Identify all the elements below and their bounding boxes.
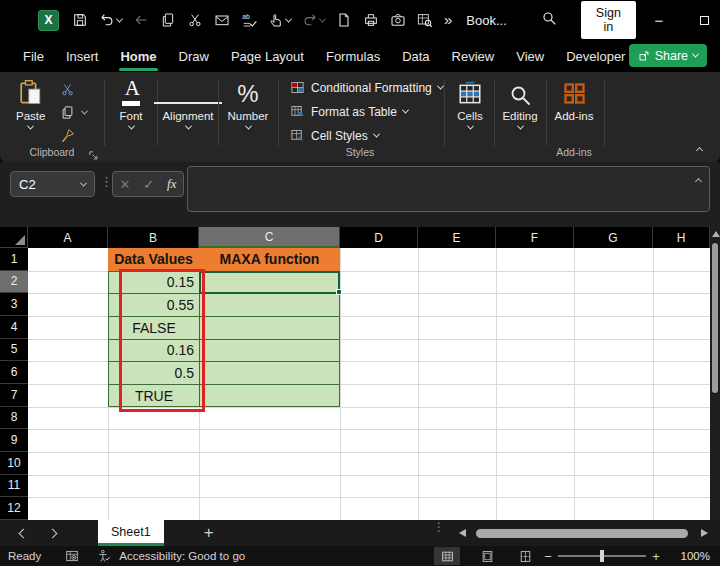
paste-button[interactable]: Paste — [16, 77, 45, 130]
format-as-table-button[interactable]: Format as Table — [290, 104, 408, 119]
number-button[interactable]: % Number — [218, 77, 278, 130]
cells-button[interactable]: Cells — [447, 77, 493, 130]
cut-icon[interactable] — [187, 12, 203, 28]
insert-function-button[interactable]: fx — [167, 176, 176, 192]
column-header-g[interactable]: G — [574, 227, 653, 248]
next-sheet-chevron-icon[interactable] — [48, 528, 58, 538]
horizontal-scroll-thumb[interactable] — [476, 529, 688, 538]
zoom-out-button[interactable]: − — [538, 549, 558, 564]
add-ins-button[interactable]: Add-ins — [548, 77, 600, 122]
tab-home[interactable]: Home — [109, 43, 167, 70]
email-icon[interactable] — [214, 12, 230, 28]
tab-review[interactable]: Review — [441, 43, 506, 70]
scroll-right-arrow-icon[interactable] — [701, 529, 708, 537]
confirm-entry-icon[interactable]: ✓ — [143, 177, 154, 192]
active-cell-selection-c2[interactable] — [199, 271, 340, 295]
scroll-left-arrow-icon[interactable] — [459, 529, 466, 537]
overflow-icon[interactable]: » — [444, 12, 452, 28]
alignment-button[interactable]: Alignment — [157, 77, 219, 130]
save-icon[interactable] — [72, 12, 88, 28]
vertical-scroll-thumb[interactable] — [712, 243, 718, 393]
camera-icon[interactable] — [390, 12, 406, 28]
cell-c6[interactable] — [199, 361, 340, 384]
touch-mode-icon[interactable] — [268, 12, 291, 28]
cell-c5[interactable] — [199, 339, 340, 362]
tab-page-layout[interactable]: Page Layout — [220, 43, 315, 70]
vertical-scrollbar[interactable] — [710, 227, 720, 520]
minimize-button[interactable]: − — [636, 0, 682, 40]
page-break-view-icon[interactable] — [512, 547, 538, 565]
column-header-h[interactable]: H — [653, 227, 710, 248]
macro-record-icon[interactable] — [65, 549, 79, 563]
format-painter-button[interactable] — [58, 126, 76, 144]
sign-in-button[interactable]: Sign in — [581, 1, 636, 39]
row-header-3[interactable]: 3 — [0, 293, 28, 316]
cell-c7[interactable] — [199, 384, 340, 407]
editing-button[interactable]: Editing — [494, 77, 546, 130]
normal-view-icon[interactable] — [434, 547, 460, 565]
cell-c4[interactable] — [199, 316, 340, 339]
copy-icon[interactable] — [160, 12, 176, 28]
row-header-9[interactable]: 9 — [0, 429, 28, 452]
column-header-b[interactable]: B — [108, 227, 199, 248]
tab-data[interactable]: Data — [391, 43, 440, 70]
zoom-level[interactable]: 100% — [666, 550, 710, 562]
row-header-6[interactable]: 6 — [0, 361, 28, 384]
name-box[interactable]: C2 — [10, 171, 95, 197]
table-header-cell-c1[interactable]: MAXA function — [199, 248, 340, 271]
previous-sheet-chevron-icon[interactable] — [19, 528, 29, 538]
row-header-2[interactable]: 2 — [0, 271, 28, 294]
column-header-c[interactable]: C — [199, 227, 340, 248]
table-header-cell-b1[interactable]: Data Values — [108, 248, 199, 271]
collapse-ribbon-chevron-icon[interactable] — [696, 147, 703, 154]
row-header-10[interactable]: 10 — [0, 452, 28, 475]
tab-file[interactable]: File — [12, 43, 55, 70]
zoom-slider[interactable] — [558, 555, 646, 557]
new-file-icon[interactable] — [336, 12, 352, 28]
tab-view[interactable]: View — [505, 43, 555, 70]
add-sheet-button[interactable]: + — [204, 523, 214, 543]
undo-icon[interactable] — [99, 12, 122, 28]
excel-logo[interactable]: X — [38, 10, 59, 31]
row-header-5[interactable]: 5 — [0, 339, 28, 362]
search-icon[interactable] — [541, 10, 557, 30]
expand-formula-bar-chevron-icon[interactable] — [695, 178, 702, 185]
conditional-formatting-button[interactable]: Conditional Formatting — [290, 80, 443, 95]
row-header-7[interactable]: 7 — [0, 384, 28, 407]
page-layout-view-icon[interactable] — [474, 547, 500, 565]
row-header-1[interactable]: 1 — [0, 248, 28, 271]
share-button[interactable]: Share — [629, 44, 707, 67]
tab-developer[interactable]: Developer — [555, 43, 636, 70]
copy-button[interactable] — [58, 103, 76, 121]
selection-fill-handle[interactable] — [336, 289, 342, 295]
row-header-8[interactable]: 8 — [0, 407, 28, 430]
print-icon[interactable] — [363, 12, 379, 28]
spelling-icon[interactable] — [241, 12, 257, 28]
font-button[interactable]: A Font — [108, 77, 154, 130]
scroll-up-arrow-icon[interactable] — [712, 231, 720, 237]
tab-insert[interactable]: Insert — [55, 43, 110, 70]
redo-icon[interactable] — [302, 12, 325, 28]
cancel-entry-icon[interactable]: ✕ — [119, 177, 130, 192]
scrollbar-resize-handle[interactable]: ⋮ — [433, 525, 445, 530]
zoom-in-button[interactable]: + — [646, 549, 666, 564]
column-header-a[interactable]: A — [28, 227, 108, 248]
lookup-icon[interactable] — [417, 12, 433, 28]
zoom-slider-thumb[interactable] — [600, 550, 604, 562]
row-header-4[interactable]: 4 — [0, 316, 28, 339]
cell-c3[interactable] — [199, 293, 340, 316]
tab-formulas[interactable]: Formulas — [315, 43, 391, 70]
back-icon[interactable] — [133, 12, 149, 28]
cut-button[interactable] — [58, 80, 76, 98]
horizontal-scrollbar[interactable] — [455, 520, 710, 546]
row-header-12[interactable]: 12 — [0, 497, 28, 520]
maximize-button[interactable] — [682, 0, 720, 40]
cell-styles-button[interactable]: Cell Styles — [290, 128, 379, 143]
row-header-11[interactable]: 11 — [0, 475, 28, 498]
column-header-d[interactable]: D — [340, 227, 418, 248]
accessibility-status[interactable]: Accessibility: Good to go — [119, 550, 245, 562]
column-header-f[interactable]: F — [496, 227, 574, 248]
column-header-e[interactable]: E — [418, 227, 496, 248]
spreadsheet-grid[interactable]: ABCDEFGH123456789101112Data ValuesMAXA f… — [0, 227, 710, 520]
select-all-corner[interactable] — [0, 227, 28, 248]
